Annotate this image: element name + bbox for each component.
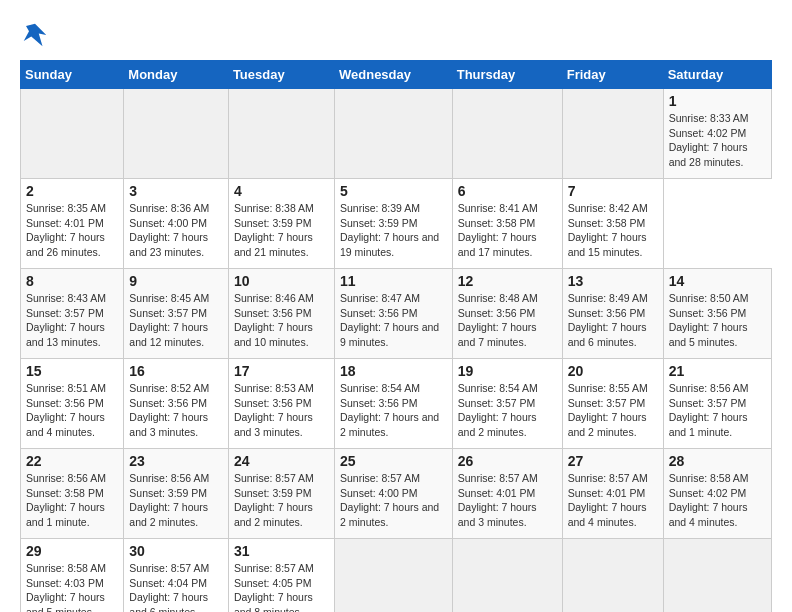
day-number: 1 <box>669 93 766 109</box>
logo-icon <box>20 20 50 50</box>
day-number: 5 <box>340 183 447 199</box>
header-sunday: Sunday <box>21 61 124 89</box>
day-info: Sunrise: 8:38 AM Sunset: 3:59 PM Dayligh… <box>234 201 329 260</box>
day-info: Sunrise: 8:41 AM Sunset: 3:58 PM Dayligh… <box>458 201 557 260</box>
calendar-cell: 18 Sunrise: 8:54 AM Sunset: 3:56 PM Dayl… <box>334 359 452 449</box>
day-number: 16 <box>129 363 223 379</box>
calendar-cell <box>452 539 562 613</box>
day-number: 2 <box>26 183 118 199</box>
day-number: 11 <box>340 273 447 289</box>
calendar-week-row: 15 Sunrise: 8:51 AM Sunset: 3:56 PM Dayl… <box>21 359 772 449</box>
calendar-cell: 7 Sunrise: 8:42 AM Sunset: 3:58 PM Dayli… <box>562 179 663 269</box>
day-number: 23 <box>129 453 223 469</box>
calendar-week-row: 2 Sunrise: 8:35 AM Sunset: 4:01 PM Dayli… <box>21 179 772 269</box>
day-info: Sunrise: 8:46 AM Sunset: 3:56 PM Dayligh… <box>234 291 329 350</box>
day-info: Sunrise: 8:57 AM Sunset: 4:05 PM Dayligh… <box>234 561 329 612</box>
calendar-cell: 3 Sunrise: 8:36 AM Sunset: 4:00 PM Dayli… <box>124 179 229 269</box>
calendar-cell: 1 Sunrise: 8:33 AM Sunset: 4:02 PM Dayli… <box>663 89 771 179</box>
day-info: Sunrise: 8:42 AM Sunset: 3:58 PM Dayligh… <box>568 201 658 260</box>
day-number: 29 <box>26 543 118 559</box>
calendar-cell <box>562 89 663 179</box>
page-header <box>20 20 772 50</box>
calendar-cell: 21 Sunrise: 8:56 AM Sunset: 3:57 PM Dayl… <box>663 359 771 449</box>
day-info: Sunrise: 8:58 AM Sunset: 4:02 PM Dayligh… <box>669 471 766 530</box>
day-number: 25 <box>340 453 447 469</box>
day-info: Sunrise: 8:48 AM Sunset: 3:56 PM Dayligh… <box>458 291 557 350</box>
calendar-cell: 20 Sunrise: 8:55 AM Sunset: 3:57 PM Dayl… <box>562 359 663 449</box>
day-number: 26 <box>458 453 557 469</box>
day-info: Sunrise: 8:33 AM Sunset: 4:02 PM Dayligh… <box>669 111 766 170</box>
calendar-week-row: 8 Sunrise: 8:43 AM Sunset: 3:57 PM Dayli… <box>21 269 772 359</box>
calendar-table: SundayMondayTuesdayWednesdayThursdayFrid… <box>20 60 772 612</box>
calendar-cell: 30 Sunrise: 8:57 AM Sunset: 4:04 PM Dayl… <box>124 539 229 613</box>
day-info: Sunrise: 8:57 AM Sunset: 4:01 PM Dayligh… <box>458 471 557 530</box>
header-wednesday: Wednesday <box>334 61 452 89</box>
calendar-cell: 28 Sunrise: 8:58 AM Sunset: 4:02 PM Dayl… <box>663 449 771 539</box>
header-thursday: Thursday <box>452 61 562 89</box>
calendar-cell: 27 Sunrise: 8:57 AM Sunset: 4:01 PM Dayl… <box>562 449 663 539</box>
day-info: Sunrise: 8:45 AM Sunset: 3:57 PM Dayligh… <box>129 291 223 350</box>
calendar-cell: 31 Sunrise: 8:57 AM Sunset: 4:05 PM Dayl… <box>228 539 334 613</box>
day-info: Sunrise: 8:36 AM Sunset: 4:00 PM Dayligh… <box>129 201 223 260</box>
day-info: Sunrise: 8:43 AM Sunset: 3:57 PM Dayligh… <box>26 291 118 350</box>
calendar-header-row: SundayMondayTuesdayWednesdayThursdayFrid… <box>21 61 772 89</box>
calendar-cell: 23 Sunrise: 8:56 AM Sunset: 3:59 PM Dayl… <box>124 449 229 539</box>
calendar-cell <box>334 539 452 613</box>
calendar-cell: 17 Sunrise: 8:53 AM Sunset: 3:56 PM Dayl… <box>228 359 334 449</box>
calendar-cell <box>452 89 562 179</box>
calendar-cell: 15 Sunrise: 8:51 AM Sunset: 3:56 PM Dayl… <box>21 359 124 449</box>
svg-marker-0 <box>24 24 47 47</box>
day-info: Sunrise: 8:56 AM Sunset: 3:58 PM Dayligh… <box>26 471 118 530</box>
day-info: Sunrise: 8:50 AM Sunset: 3:56 PM Dayligh… <box>669 291 766 350</box>
header-tuesday: Tuesday <box>228 61 334 89</box>
day-info: Sunrise: 8:35 AM Sunset: 4:01 PM Dayligh… <box>26 201 118 260</box>
day-info: Sunrise: 8:55 AM Sunset: 3:57 PM Dayligh… <box>568 381 658 440</box>
day-info: Sunrise: 8:57 AM Sunset: 4:04 PM Dayligh… <box>129 561 223 612</box>
day-info: Sunrise: 8:58 AM Sunset: 4:03 PM Dayligh… <box>26 561 118 612</box>
day-number: 12 <box>458 273 557 289</box>
day-info: Sunrise: 8:39 AM Sunset: 3:59 PM Dayligh… <box>340 201 447 260</box>
day-number: 20 <box>568 363 658 379</box>
calendar-cell <box>663 539 771 613</box>
day-number: 27 <box>568 453 658 469</box>
day-number: 30 <box>129 543 223 559</box>
calendar-cell <box>562 539 663 613</box>
calendar-cell: 29 Sunrise: 8:58 AM Sunset: 4:03 PM Dayl… <box>21 539 124 613</box>
day-info: Sunrise: 8:54 AM Sunset: 3:57 PM Dayligh… <box>458 381 557 440</box>
calendar-cell: 5 Sunrise: 8:39 AM Sunset: 3:59 PM Dayli… <box>334 179 452 269</box>
day-number: 7 <box>568 183 658 199</box>
day-number: 17 <box>234 363 329 379</box>
day-number: 28 <box>669 453 766 469</box>
calendar-cell: 4 Sunrise: 8:38 AM Sunset: 3:59 PM Dayli… <box>228 179 334 269</box>
header-saturday: Saturday <box>663 61 771 89</box>
day-number: 4 <box>234 183 329 199</box>
day-info: Sunrise: 8:53 AM Sunset: 3:56 PM Dayligh… <box>234 381 329 440</box>
day-info: Sunrise: 8:57 AM Sunset: 4:01 PM Dayligh… <box>568 471 658 530</box>
day-number: 3 <box>129 183 223 199</box>
calendar-cell: 25 Sunrise: 8:57 AM Sunset: 4:00 PM Dayl… <box>334 449 452 539</box>
calendar-cell: 26 Sunrise: 8:57 AM Sunset: 4:01 PM Dayl… <box>452 449 562 539</box>
calendar-cell <box>334 89 452 179</box>
calendar-cell: 22 Sunrise: 8:56 AM Sunset: 3:58 PM Dayl… <box>21 449 124 539</box>
calendar-cell: 6 Sunrise: 8:41 AM Sunset: 3:58 PM Dayli… <box>452 179 562 269</box>
day-number: 19 <box>458 363 557 379</box>
day-info: Sunrise: 8:56 AM Sunset: 3:59 PM Dayligh… <box>129 471 223 530</box>
day-info: Sunrise: 8:56 AM Sunset: 3:57 PM Dayligh… <box>669 381 766 440</box>
calendar-week-row: 1 Sunrise: 8:33 AM Sunset: 4:02 PM Dayli… <box>21 89 772 179</box>
day-number: 24 <box>234 453 329 469</box>
day-number: 31 <box>234 543 329 559</box>
day-number: 9 <box>129 273 223 289</box>
day-number: 21 <box>669 363 766 379</box>
day-info: Sunrise: 8:51 AM Sunset: 3:56 PM Dayligh… <box>26 381 118 440</box>
day-info: Sunrise: 8:52 AM Sunset: 3:56 PM Dayligh… <box>129 381 223 440</box>
calendar-cell <box>228 89 334 179</box>
calendar-cell: 10 Sunrise: 8:46 AM Sunset: 3:56 PM Dayl… <box>228 269 334 359</box>
calendar-cell: 11 Sunrise: 8:47 AM Sunset: 3:56 PM Dayl… <box>334 269 452 359</box>
day-info: Sunrise: 8:49 AM Sunset: 3:56 PM Dayligh… <box>568 291 658 350</box>
calendar-week-row: 22 Sunrise: 8:56 AM Sunset: 3:58 PM Dayl… <box>21 449 772 539</box>
header-monday: Monday <box>124 61 229 89</box>
calendar-cell <box>21 89 124 179</box>
day-number: 14 <box>669 273 766 289</box>
calendar-cell: 8 Sunrise: 8:43 AM Sunset: 3:57 PM Dayli… <box>21 269 124 359</box>
day-info: Sunrise: 8:57 AM Sunset: 4:00 PM Dayligh… <box>340 471 447 530</box>
